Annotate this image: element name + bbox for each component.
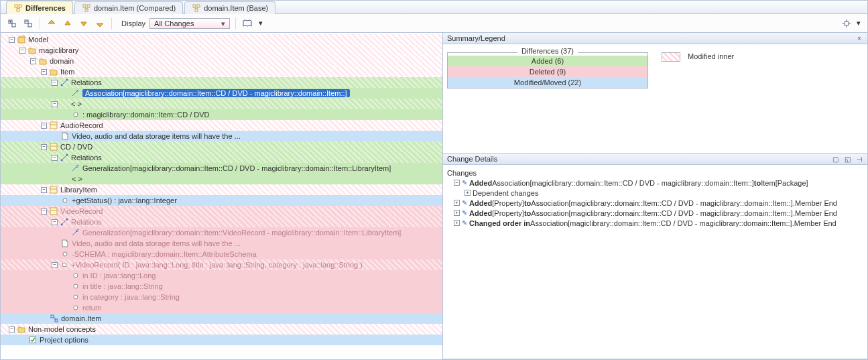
svg-marker-37 bbox=[29, 48, 36, 54]
tree-toggle[interactable]: − bbox=[41, 123, 47, 129]
change-item[interactable]: +✎Added [Property] to Association[magicl… bbox=[447, 208, 863, 218]
tab-0[interactable]: Differences bbox=[6, 1, 73, 14]
tree-node-label: < > bbox=[72, 175, 82, 183]
tree-toggle[interactable]: − bbox=[52, 101, 58, 107]
book-button[interactable] bbox=[241, 17, 253, 29]
tree-node[interactable]: : magiclibrary::domain::Item::CD / DVD bbox=[1, 109, 442, 120]
tree-toggle[interactable]: + bbox=[454, 200, 460, 206]
diff-tree-pane[interactable]: −Model−magiclibrary−domain−Item−Relation… bbox=[1, 33, 443, 359]
tree-node[interactable]: in category : java::lang::String bbox=[1, 292, 442, 302]
doc-icon bbox=[60, 239, 70, 248]
tree-node[interactable]: −domain bbox=[1, 56, 442, 66]
tree-node[interactable]: −< > bbox=[1, 99, 442, 109]
tree-toggle[interactable]: − bbox=[41, 187, 47, 193]
tree-node[interactable]: Generalization[magiclibrary::domain::Ite… bbox=[1, 163, 442, 174]
tree-node[interactable]: in title : java::lang::String bbox=[1, 281, 442, 292]
tree-node[interactable]: −AudioRecord bbox=[1, 120, 442, 131]
tree-node[interactable]: +getStatus() : java::lang::Integer bbox=[1, 195, 442, 206]
legend-modified-row: Modified/Moved (22) bbox=[448, 77, 647, 88]
svg-line-40 bbox=[62, 80, 67, 85]
display-label: Display bbox=[121, 19, 145, 27]
tree-node[interactable]: −Model bbox=[1, 34, 442, 45]
tree-toggle[interactable]: − bbox=[52, 219, 58, 225]
tree-toggle[interactable]: + bbox=[454, 220, 460, 226]
tree-node[interactable]: −Non-model concepts bbox=[1, 324, 442, 335]
tree-node[interactable]: Video, audio and data storage items will… bbox=[1, 238, 442, 249]
legend-group-title: Differences (37) bbox=[517, 47, 578, 55]
tree-node[interactable]: −LibraryItem bbox=[1, 184, 442, 195]
svg-rect-0 bbox=[15, 5, 17, 7]
class-icon bbox=[49, 142, 58, 152]
tree-toggle[interactable]: − bbox=[41, 69, 47, 75]
tree-toggle[interactable]: − bbox=[52, 80, 58, 86]
tree-node-label: Relations bbox=[71, 78, 102, 86]
change-details-tree[interactable]: Changes−✎Added Association[magiclibrary:… bbox=[443, 165, 867, 359]
toolbar-separator bbox=[111, 17, 112, 29]
change-item[interactable]: −✎Added Association[magiclibrary::domain… bbox=[447, 178, 863, 188]
tree-node[interactable]: Video, audio and data storage items will… bbox=[1, 131, 442, 141]
tree-node[interactable]: −Relations bbox=[1, 217, 442, 227]
pin-icon[interactable]: ⊣ bbox=[855, 155, 863, 163]
tree-node[interactable]: Generalization[magiclibrary::domain::Ite… bbox=[1, 227, 442, 238]
tree-node[interactable]: Association[magiclibrary::domain::Item::… bbox=[1, 88, 442, 99]
tree-node[interactable]: Project options bbox=[1, 335, 442, 345]
expand-all-button[interactable] bbox=[6, 17, 18, 29]
tree-node-label: Association[magiclibrary::domain::Item::… bbox=[82, 89, 350, 97]
class-icon bbox=[49, 206, 58, 216]
op-icon bbox=[60, 196, 70, 205]
display-filter-select[interactable]: All Changes bbox=[149, 18, 230, 29]
tree-node[interactable]: −magiclibrary bbox=[1, 45, 442, 56]
restore-icon[interactable]: ◱ bbox=[843, 155, 851, 163]
nav-last-button[interactable] bbox=[94, 17, 106, 29]
tree-node[interactable]: −+VideoRecord( ID : java::lang::Long, ti… bbox=[1, 259, 442, 270]
tree-toggle[interactable]: − bbox=[9, 37, 15, 43]
legend-modinner-swatch bbox=[662, 52, 680, 62]
svg-line-61 bbox=[62, 219, 67, 225]
tab-1[interactable]: domain.Item (Compared) bbox=[74, 1, 183, 14]
tree-node[interactable]: −CD / DVD bbox=[1, 141, 442, 152]
tree-node[interactable]: −Relations bbox=[1, 152, 442, 163]
tree-toggle[interactable]: − bbox=[52, 155, 58, 161]
tab-2[interactable]: domain.Item (Base) bbox=[184, 1, 275, 14]
tree-toggle[interactable]: − bbox=[30, 58, 36, 64]
tree-node[interactable]: < > bbox=[1, 174, 442, 184]
settings-dropdown-button[interactable]: ▾ bbox=[855, 17, 862, 29]
class-icon bbox=[49, 185, 58, 194]
tree-node[interactable]: -SCHEMA : magiclibrary::domain::Item::At… bbox=[1, 249, 442, 259]
tree-node[interactable]: −Item bbox=[1, 66, 442, 77]
nav-next-button[interactable] bbox=[78, 17, 90, 29]
close-icon[interactable]: × bbox=[855, 34, 863, 42]
tree-toggle[interactable]: − bbox=[9, 326, 15, 333]
change-item[interactable]: +✎Added [Property] to Association[magicl… bbox=[447, 198, 863, 208]
tree-toggle[interactable]: + bbox=[464, 190, 471, 196]
tree-toggle[interactable]: − bbox=[454, 180, 460, 186]
tree-node[interactable]: −Relations bbox=[1, 77, 442, 88]
svg-point-72 bbox=[74, 306, 78, 310]
tree-node-label: Relations bbox=[71, 154, 102, 162]
svg-rect-73 bbox=[51, 315, 54, 318]
change-item[interactable]: +✎Changed order in Association[magiclibr… bbox=[447, 218, 863, 228]
tree-node[interactable]: return bbox=[1, 302, 442, 313]
svg-rect-59 bbox=[50, 208, 57, 215]
tree-toggle[interactable]: − bbox=[52, 262, 58, 268]
maximize-icon[interactable]: ▢ bbox=[831, 155, 839, 163]
tab-label: domain.Item (Base) bbox=[204, 4, 268, 12]
tree-toggle[interactable]: − bbox=[41, 144, 47, 150]
tree-toggle[interactable]: + bbox=[454, 210, 460, 216]
tree-toggle[interactable]: − bbox=[41, 208, 47, 215]
settings-gear-button[interactable] bbox=[841, 17, 853, 29]
book-dropdown-button[interactable]: ▾ bbox=[257, 17, 264, 29]
tree-node[interactable]: in ID : java::lang::Long bbox=[1, 270, 442, 281]
nav-first-button[interactable] bbox=[46, 17, 58, 29]
svg-point-53 bbox=[66, 154, 68, 156]
nav-prev-button[interactable] bbox=[62, 17, 74, 29]
change-verb: Added bbox=[469, 199, 492, 207]
tree-toggle[interactable]: − bbox=[19, 48, 25, 54]
change-item[interactable]: + Dependent changes bbox=[447, 188, 863, 198]
svg-point-71 bbox=[74, 295, 78, 299]
collapse-all-button[interactable] bbox=[22, 17, 34, 29]
folder-icon bbox=[27, 46, 37, 55]
svg-marker-35 bbox=[18, 38, 25, 43]
tree-node[interactable]: −VideoRecord bbox=[1, 206, 442, 217]
tree-node[interactable]: domain.Item bbox=[1, 313, 442, 324]
